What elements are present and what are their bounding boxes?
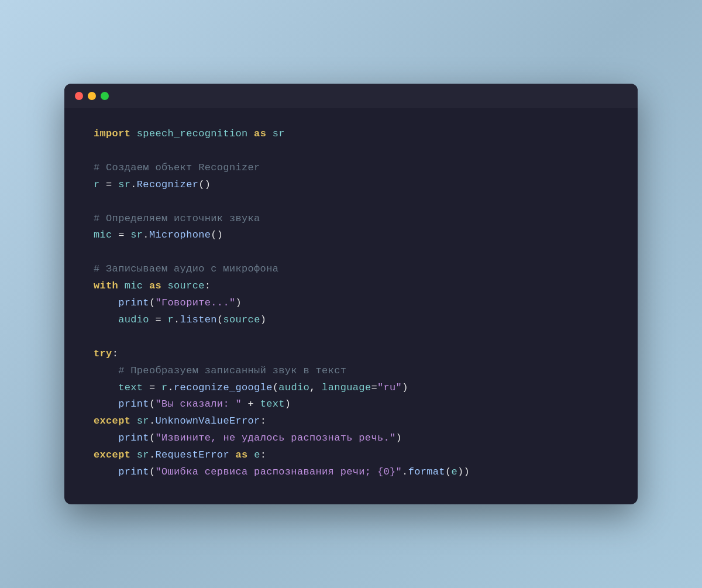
code-editor: import speech_recognition as sr # Создае… [64,108,638,504]
code-print3: print("Извините, не удалось распознать р… [94,430,608,447]
code-microphone: mic = sr.Microphone() [94,227,608,244]
blank-line [94,194,608,211]
code-print1: print("Говорите...") [94,295,608,312]
minimize-button[interactable] [88,92,96,100]
code-comment4: # Преобразуем записанный звук в текст [94,363,608,380]
code-line-import: import speech_recognition as sr [94,126,608,143]
code-except2: except sr.RequestError as e: [94,447,608,464]
code-except1: except sr.UnknownValueError: [94,413,608,430]
code-print2: print("Вы сказали: " + text) [94,396,608,413]
blank-line [94,329,608,346]
code-print4: print("Ошибка сервиса распознавания речи… [94,464,608,481]
code-with: with mic as source: [94,278,608,295]
code-comment1: # Создаем объект Recognizer [94,160,608,177]
code-recognizer: r = sr.Recognizer() [94,177,608,194]
blank-line [94,143,608,160]
code-try: try: [94,346,608,363]
blank-line [94,244,608,261]
code-comment3: # Записываем аудио с микрофона [94,261,608,278]
code-audio: audio = r.listen(source) [94,312,608,329]
close-button[interactable] [75,92,83,100]
code-comment2: # Определяем источник звука [94,211,608,228]
titlebar [64,84,638,108]
code-window: import speech_recognition as sr # Создае… [64,84,638,504]
code-text-line: text = r.recognize_google(audio, languag… [94,380,608,397]
maximize-button[interactable] [101,92,109,100]
